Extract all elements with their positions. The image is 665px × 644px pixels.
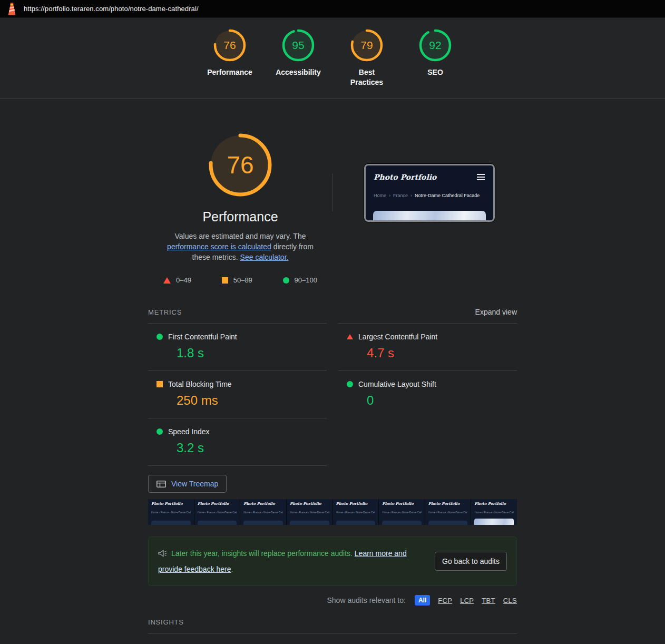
score-value: 95 (281, 28, 315, 62)
lighthouse-report: https://portfolio.teraren.com/photo/notr… (0, 0, 665, 644)
pass-circle-icon (157, 334, 163, 340)
performance-score: 76 (208, 132, 273, 198)
preview-sky-image (373, 211, 486, 222)
see-calculator-link[interactable]: See calculator. (240, 253, 289, 261)
page-title: Performance (148, 209, 332, 225)
pass-circle-icon (347, 381, 353, 387)
gauge-performance[interactable]: 76 Performance (204, 28, 256, 77)
legend-fail: 0–49 (163, 276, 191, 284)
metric-speed-index: Speed Index 3.2 s (148, 418, 327, 466)
expand-view-link[interactable]: Expand view (475, 308, 517, 316)
hamburger-icon (477, 174, 485, 180)
metrics-grid: First Contentful Paint 1.8 s Largest Con… (148, 323, 517, 466)
performance-hero: 76 Performance Values are estimated and … (148, 132, 517, 284)
score-label: SEO (427, 67, 443, 77)
pass-circle-icon (157, 428, 163, 435)
metric-value: 1.8 s (177, 346, 327, 360)
gauge-accessibility[interactable]: 95 Accessibility (272, 28, 324, 77)
performance-gauge: 76 (208, 132, 273, 198)
filmstrip-frame: Photo PortfolioHome › France › Notre-Dam… (425, 499, 471, 525)
filter-label: Show audits relevant to: (327, 596, 405, 604)
banner-message: Later this year, insights will replace p… (158, 547, 426, 577)
insights-banner: Later this year, insights will replace p… (148, 536, 517, 586)
legend-pass: 90–100 (283, 276, 317, 284)
gauge-best-practices[interactable]: 79 Best Practices (341, 28, 393, 87)
fail-triangle-icon (347, 334, 353, 339)
insight-improve-image-delivery[interactable]: Improve image delivery — Est savings of … (148, 634, 517, 644)
metric-value: 3.2 s (177, 441, 327, 455)
average-square-icon (222, 277, 228, 284)
score-value: 79 (350, 28, 384, 62)
average-square-icon (157, 381, 163, 387)
megaphone-icon (158, 548, 167, 562)
metric-value: 0 (367, 393, 517, 408)
treemap-icon (157, 481, 166, 487)
legend-average: 50–89 (222, 276, 252, 284)
filmstrip-frame: Photo PortfolioHome › France › Notre-Dam… (379, 499, 425, 525)
score-label: Best Practices (348, 67, 386, 87)
page-screenshot-preview: Photo Portfolio Home › France › Notre-Da… (364, 164, 495, 222)
filmstrip-frame: Photo PortfolioHome › France › Notre-Dam… (240, 499, 286, 525)
report-body: 76 Performance Values are estimated and … (0, 99, 665, 644)
score-value: 76 (213, 28, 247, 62)
metric-cls: Cumulative Layout Shift 0 (338, 370, 517, 418)
metric-value: 250 ms (177, 393, 327, 408)
filmstrip-frame: Photo PortfolioHome › France › Notre-Dam… (148, 499, 194, 525)
score-label: Accessibility (276, 67, 321, 77)
metric-empty-cell (338, 418, 517, 466)
metric-fcp: First Contentful Paint 1.8 s (148, 323, 327, 370)
view-treemap-button[interactable]: View Treemap (148, 475, 227, 493)
insights-heading: INSIGHTS (148, 618, 184, 626)
score-calc-link[interactable]: performance score is calculated (167, 242, 271, 251)
go-back-to-audits-button[interactable]: Go back to audits (435, 552, 507, 571)
filmstrip-frame: Photo PortfolioHome › France › Notre-Dam… (194, 499, 240, 525)
filmstrip-frame: Photo PortfolioHome › France › Notre-Dam… (287, 499, 332, 525)
audit-filter: Show audits relevant to: All FCP LCP TBT… (148, 595, 517, 606)
preview-breadcrumb: Home › France › Notre-Dame Cathedral Fac… (366, 181, 493, 198)
pass-circle-icon (283, 277, 289, 284)
filter-chip-cls[interactable]: CLS (503, 597, 517, 604)
metrics-heading: METRICS (148, 308, 182, 316)
metric-lcp: Largest Contentful Paint 4.7 s (338, 323, 517, 370)
gauge-seo[interactable]: 92 SEO (409, 28, 461, 77)
category-scores: 76 Performance 95 Accessibility 79 (0, 18, 665, 99)
filter-chip-all[interactable]: All (415, 595, 430, 606)
metric-value: 4.7 s (367, 346, 517, 360)
filmstrip-frame: Photo PortfolioHome › France › Notre-Dam… (333, 499, 379, 525)
filmstrip-frame: Photo PortfolioHome › France › Notre-Dam… (471, 499, 517, 525)
url-bar: https://portfolio.teraren.com/photo/notr… (0, 0, 665, 18)
filter-chip-fcp[interactable]: FCP (438, 597, 452, 604)
fail-triangle-icon (163, 277, 171, 284)
filter-chip-lcp[interactable]: LCP (460, 597, 474, 604)
page-url[interactable]: https://portfolio.teraren.com/photo/notr… (24, 5, 199, 13)
filter-chip-tbt[interactable]: TBT (482, 597, 495, 604)
lighthouse-icon (6, 2, 17, 15)
metric-tbt: Total Blocking Time 250 ms (148, 370, 327, 418)
score-legend: 0–49 50–89 90–100 (163, 276, 317, 284)
score-description: Values are estimated and may vary. The p… (158, 231, 322, 262)
score-value: 92 (418, 28, 452, 62)
screenshot-filmstrip: Photo PortfolioHome › France › Notre-Dam… (148, 499, 517, 525)
preview-site-title: Photo Portfolio (374, 173, 436, 181)
score-label: Performance (207, 67, 252, 77)
